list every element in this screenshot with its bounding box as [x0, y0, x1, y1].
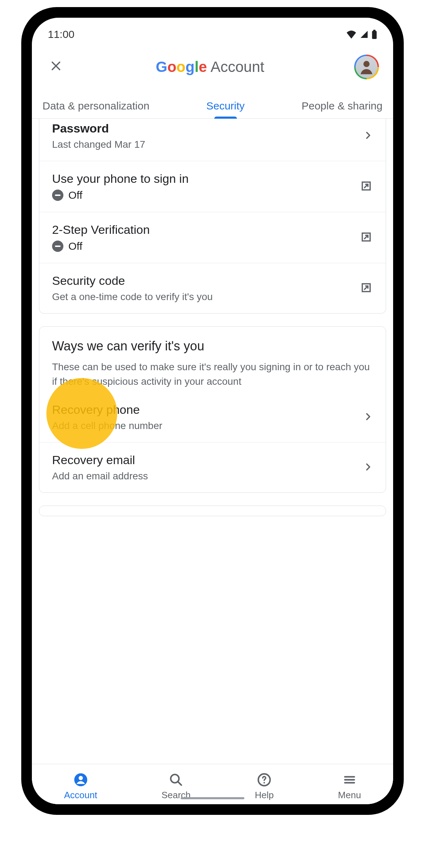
- status-bar: 11:00: [32, 18, 393, 44]
- google-logo: Google: [156, 58, 207, 75]
- content-scroll[interactable]: Password Last changed Mar 17 Use your ph…: [32, 119, 393, 764]
- verify-section-title: Ways we can verify it's you: [52, 339, 373, 354]
- row-password[interactable]: Password Last changed Mar 17: [39, 119, 386, 161]
- cell-signal-icon: [359, 30, 369, 39]
- verify-section-desc: These can be used to make sure it's real…: [52, 360, 373, 389]
- nav-help[interactable]: Help: [255, 773, 274, 801]
- clock: 11:00: [48, 28, 74, 40]
- minus-circle-icon: [52, 241, 63, 252]
- nav-account-label: Account: [64, 790, 97, 801]
- tab-data-personalization[interactable]: Data & personalization: [39, 94, 153, 118]
- tab-people-sharing[interactable]: People & sharing: [298, 94, 386, 118]
- minus-circle-icon: [52, 190, 63, 201]
- recovery-phone-sub: Add a cell phone number: [52, 420, 356, 432]
- chevron-right-icon: [363, 462, 373, 473]
- nav-help-label: Help: [255, 790, 274, 801]
- chevron-right-icon: [363, 130, 373, 142]
- recovery-email-sub: Add an email address: [52, 470, 356, 482]
- search-icon: [169, 773, 183, 787]
- row-two-step[interactable]: 2-Step Verification Off: [39, 212, 386, 263]
- row-security-code[interactable]: Security code Get a one-time code to ver…: [39, 263, 386, 313]
- phone-signin-status: Off: [68, 189, 82, 201]
- menu-icon: [342, 773, 357, 787]
- recovery-email-title: Recovery email: [52, 453, 356, 467]
- nav-account[interactable]: Account: [64, 773, 97, 801]
- verify-card: Ways we can verify it's you These can be…: [39, 326, 386, 493]
- open-external-icon: [359, 179, 373, 194]
- avatar[interactable]: [354, 55, 379, 79]
- home-indicator[interactable]: [181, 797, 244, 799]
- device-frame: 11:00 Google Account Data: [21, 7, 404, 815]
- title-account-word: Account: [210, 58, 264, 75]
- nav-search[interactable]: Search: [162, 773, 191, 801]
- open-external-icon: [359, 230, 373, 245]
- signin-card: Password Last changed Mar 17 Use your ph…: [39, 119, 386, 314]
- svg-rect-1: [373, 30, 376, 31]
- phone-signin-title: Use your phone to sign in: [52, 172, 352, 186]
- row-recovery-email[interactable]: Recovery email Add an email address: [39, 443, 386, 492]
- chevron-right-icon: [363, 412, 373, 423]
- svg-point-7: [264, 782, 265, 783]
- svg-point-4: [79, 776, 83, 780]
- account-icon: [74, 773, 88, 787]
- close-icon[interactable]: [46, 55, 66, 79]
- two-step-title: 2-Step Verification: [52, 223, 352, 237]
- row-recovery-phone[interactable]: Recovery phone Add a cell phone number: [39, 392, 386, 443]
- battery-icon: [372, 30, 377, 39]
- help-icon: [257, 773, 271, 787]
- screen: 11:00 Google Account Data: [32, 18, 393, 804]
- nav-menu-label: Menu: [338, 790, 361, 801]
- page-title: Google Account: [156, 58, 264, 75]
- wifi-icon: [346, 30, 357, 39]
- nav-menu[interactable]: Menu: [338, 773, 361, 801]
- tabs: Data & personalization Security People &…: [32, 94, 393, 119]
- next-card-peek: [39, 506, 386, 516]
- security-code-sub: Get a one-time code to verify it's you: [52, 291, 352, 303]
- app-header: Google Account: [32, 44, 393, 94]
- two-step-status: Off: [68, 240, 82, 252]
- recovery-phone-title: Recovery phone: [52, 403, 356, 417]
- open-external-icon: [359, 281, 373, 296]
- tab-security[interactable]: Security: [203, 94, 248, 118]
- svg-point-2: [363, 61, 369, 67]
- security-code-title: Security code: [52, 274, 352, 288]
- svg-rect-0: [372, 31, 377, 39]
- row-phone-signin[interactable]: Use your phone to sign in Off: [39, 161, 386, 212]
- password-title: Password: [52, 122, 356, 135]
- password-sub: Last changed Mar 17: [52, 139, 356, 150]
- status-icons: [346, 30, 377, 39]
